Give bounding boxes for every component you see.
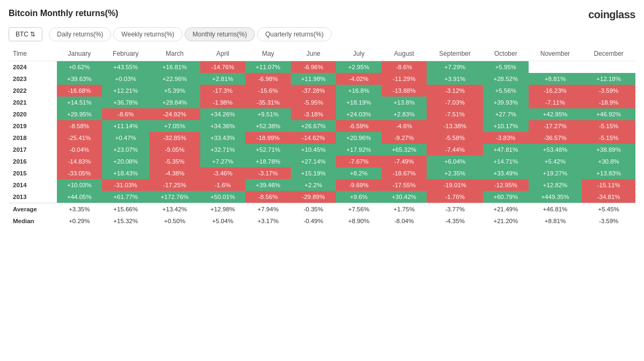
value-cell: +12.18%	[582, 73, 635, 85]
value-cell: +10.45%	[291, 144, 336, 156]
average-value: +13.42%	[149, 203, 200, 216]
value-cell: -7.49%	[382, 156, 427, 167]
col-jun: June	[291, 47, 336, 61]
value-cell: -7.67%	[336, 156, 382, 167]
median-value: +8.90%	[336, 215, 382, 227]
tab-weekly[interactable]: Weekly returns(%)	[113, 27, 182, 41]
median-label: Median	[9, 215, 57, 227]
value-cell	[582, 61, 635, 73]
value-cell: +14.71%	[483, 156, 529, 167]
average-value: -3.77%	[427, 203, 483, 216]
value-cell: -8.56%	[245, 191, 291, 203]
table-row: 2013+44.05%+61.77%+172.76%+50.01%-8.56%-…	[9, 191, 635, 203]
main-container: Bitcoin Monthly returns(%) coinglass BTC…	[0, 0, 644, 235]
value-cell: -4.38%	[149, 167, 200, 179]
value-cell: +2.35%	[427, 167, 483, 179]
value-cell: +20.08%	[102, 156, 149, 167]
returns-table: Time January February March April May Ju…	[9, 47, 635, 227]
value-cell: +18.19%	[336, 97, 382, 108]
value-cell: -6.98%	[245, 73, 291, 85]
year-cell: 2018	[9, 132, 57, 144]
value-cell: +30.42%	[382, 191, 427, 203]
year-cell: 2021	[9, 97, 57, 108]
btc-selector[interactable]: BTC ⇅	[9, 27, 42, 41]
value-cell: +2.95%	[336, 61, 382, 73]
value-cell: -0.04%	[57, 144, 103, 156]
value-cell: +11.98%	[291, 73, 336, 85]
col-aug: August	[382, 47, 427, 61]
value-cell: +19.27%	[529, 167, 582, 179]
value-cell: -6.59%	[336, 120, 382, 132]
value-cell: -15.6%	[245, 85, 291, 97]
median-value: +8.81%	[529, 215, 582, 227]
value-cell: -11.29%	[382, 73, 427, 85]
tab-monthly[interactable]: Monthly returns(%)	[185, 27, 255, 41]
median-value: +15.32%	[102, 215, 149, 227]
value-cell: +52.38%	[245, 120, 291, 132]
value-cell: -3.12%	[427, 85, 483, 97]
value-cell: +13.8%	[382, 97, 427, 108]
value-cell: -35.31%	[245, 97, 291, 108]
value-cell: -14.83%	[57, 156, 103, 167]
value-cell: -16.23%	[529, 85, 582, 97]
median-value: -0.49%	[291, 215, 336, 227]
tab-daily[interactable]: Daily returns(%)	[49, 27, 111, 41]
value-cell: -17.55%	[382, 179, 427, 191]
value-cell: -18.9%	[582, 97, 635, 108]
year-cell: 2017	[9, 144, 57, 156]
col-feb: February	[102, 47, 149, 61]
value-cell: +20.96%	[336, 132, 382, 144]
value-cell: +15.19%	[291, 167, 336, 179]
value-cell: +24.03%	[336, 108, 382, 120]
value-cell: +46.92%	[582, 108, 635, 120]
value-cell: +50.01%	[200, 191, 246, 203]
value-cell: +27.7%	[483, 108, 529, 120]
value-cell: -18.99%	[245, 132, 291, 144]
value-cell: +53.48%	[529, 144, 582, 156]
table-row: 2019-8.58%+11.14%+7.05%+34.36%+52.38%+26…	[9, 120, 635, 132]
value-cell: +61.77%	[102, 191, 149, 203]
value-cell: +10.03%	[57, 179, 103, 191]
value-cell: +9.51%	[245, 108, 291, 120]
value-cell: +449.35%	[529, 191, 582, 203]
value-cell: +23.07%	[102, 144, 149, 156]
value-cell: -17.25%	[149, 179, 200, 191]
value-cell: -1.6%	[200, 179, 246, 191]
value-cell: +7.05%	[149, 120, 200, 132]
value-cell: -6.96%	[291, 61, 336, 73]
value-cell	[529, 61, 582, 73]
tab-quarterly[interactable]: Quarterly returns(%)	[257, 27, 332, 41]
value-cell: -7.11%	[529, 97, 582, 108]
value-cell: -3.83%	[483, 132, 529, 144]
col-oct: October	[483, 47, 529, 61]
value-cell: -5.95%	[291, 97, 336, 108]
value-cell: -37.28%	[291, 85, 336, 97]
brand-logo: coinglass	[588, 9, 635, 21]
value-cell: +2.83%	[382, 108, 427, 120]
average-value: +5.45%	[582, 203, 635, 216]
value-cell: +39.63%	[57, 73, 103, 85]
value-cell: -32.85%	[149, 132, 200, 144]
value-cell: -4.6%	[382, 120, 427, 132]
table-row: 2020+29.95%-8.6%-24.92%+34.26%+9.51%-3.1…	[9, 108, 635, 120]
year-cell: 2014	[9, 179, 57, 191]
value-cell: -1.76%	[427, 191, 483, 203]
value-cell: -3.17%	[245, 167, 291, 179]
value-cell: +29.95%	[57, 108, 103, 120]
median-value: -3.59%	[582, 215, 635, 227]
average-value: -0.35%	[291, 203, 336, 216]
value-cell: -7.03%	[427, 97, 483, 108]
value-cell: +38.89%	[582, 144, 635, 156]
col-dec: December	[582, 47, 635, 61]
page-title: Bitcoin Monthly returns(%)	[9, 9, 118, 18]
year-cell: 2016	[9, 156, 57, 167]
value-cell: -1.98%	[200, 97, 246, 108]
value-cell: +16.8%	[336, 85, 382, 97]
value-cell: -3.59%	[582, 85, 635, 97]
average-value: +7.94%	[245, 203, 291, 216]
value-cell: +14.51%	[57, 97, 103, 108]
value-cell: +30.8%	[582, 156, 635, 167]
value-cell: -13.88%	[382, 85, 427, 97]
value-cell: -14.76%	[200, 61, 246, 73]
value-cell: +2.2%	[291, 179, 336, 191]
